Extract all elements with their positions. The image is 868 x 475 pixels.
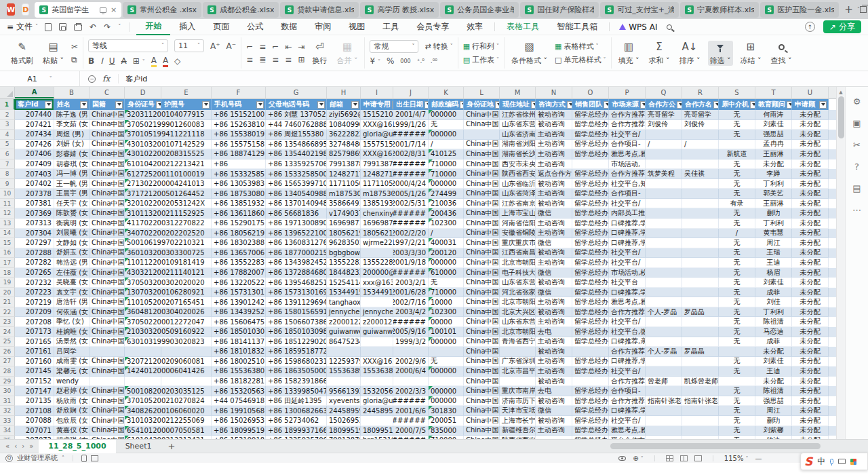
cell[interactable]: 北京市朝阳: [500, 258, 536, 268]
cell[interactable]: 留学总经办: [572, 120, 609, 130]
cell[interactable]: guiwanwei: [361, 327, 393, 337]
cell[interactable]: 2005/9/16: [393, 327, 429, 337]
cell[interactable]: China中国: [90, 218, 125, 229]
cell[interactable]: 社交平台/: [609, 416, 646, 426]
cell[interactable]: 山东省临沂: [500, 179, 536, 189]
cell[interactable]: [682, 218, 719, 229]
cell[interactable]: 被动咨询: [536, 307, 572, 318]
vertical-scroll-thumb[interactable]: [838, 96, 844, 138]
cell[interactable]: 未分配: [792, 416, 829, 426]
cell[interactable]: 169698712: [361, 218, 393, 229]
cell[interactable]: 合作方推荐: [609, 377, 646, 387]
cell[interactable]: [646, 288, 682, 298]
cell[interactable]: 未分配: [792, 426, 829, 436]
cell[interactable]: China中国: [464, 189, 500, 199]
cell[interactable]: 310103200212255069: [125, 416, 212, 426]
cell[interactable]: 未分配: [792, 218, 829, 229]
notes-icon[interactable]: ▤: [852, 183, 861, 193]
cell[interactable]: 200051: [429, 416, 464, 426]
bold-button[interactable]: B: [88, 56, 94, 66]
cell[interactable]: [682, 149, 719, 159]
cell[interactable]: +86 1396522100: [266, 229, 327, 239]
cell[interactable]: 口碑推荐,学: [609, 229, 646, 239]
column-letter-U[interactable]: U: [792, 87, 829, 98]
cell[interactable]: 340702200202202520: [125, 229, 212, 239]
cell[interactable]: 207135: [15, 396, 54, 406]
cell[interactable]: ########: [393, 416, 429, 426]
cell[interactable]: 110105200207165451: [125, 297, 212, 307]
filter-dropdown-icon[interactable]: [819, 101, 827, 109]
header-cell[interactable]: 邮箱: [327, 99, 361, 110]
column-letter-A[interactable]: A: [15, 87, 54, 98]
table-style-button[interactable]: ▦ 表格样式 ˅: [555, 41, 606, 52]
cell[interactable]: 留学总经办: [572, 406, 609, 416]
cell[interactable]: 151521001: [361, 110, 393, 120]
cell[interactable]: 未分配: [792, 208, 829, 218]
row-number[interactable]: 26: [0, 347, 15, 357]
cell[interactable]: China中国: [90, 248, 125, 259]
cell[interactable]: 无: [719, 120, 755, 130]
cell[interactable]: 1999/1/26: [393, 120, 429, 130]
cell[interactable]: [646, 426, 682, 436]
cell[interactable]: 湖南省浏阳: [500, 140, 536, 150]
cell[interactable]: 无: [429, 357, 464, 367]
cell[interactable]: 000000: [429, 258, 464, 268]
cell[interactable]: China中国: [90, 130, 125, 140]
cell[interactable]: 口碑推荐,亲: [609, 337, 646, 347]
cell[interactable]: China中国: [90, 189, 125, 199]
cell[interactable]: [327, 377, 361, 387]
cell[interactable]: 500106199702210321: [125, 238, 212, 248]
copy-icon[interactable]: ⧉: [71, 55, 78, 64]
cell[interactable]: 刘佳: [755, 297, 792, 307]
cell[interactable]: z20001227: [361, 317, 393, 327]
cell[interactable]: 2001/4/7: [393, 110, 429, 120]
cell[interactable]: 未分配: [792, 366, 829, 377]
cell[interactable]: +86 18099519: [212, 426, 266, 436]
cell[interactable]: +86 1565399710: [266, 179, 327, 189]
cell[interactable]: 327484864: [327, 140, 361, 150]
cell[interactable]: 500108200203035125: [125, 386, 212, 396]
cell[interactable]: 799138782: [361, 159, 393, 170]
cell[interactable]: +86 15536380: [212, 366, 266, 377]
cell[interactable]: 被动咨询: [536, 347, 572, 357]
column-letter-O[interactable]: O: [572, 87, 609, 98]
cell[interactable]: 2000/4/24: [393, 179, 429, 189]
cell[interactable]: 无: [719, 169, 755, 179]
column-letter-T[interactable]: T: [755, 87, 792, 98]
cell[interactable]: 244589596: [327, 406, 361, 416]
cell[interactable]: [90, 347, 125, 357]
sogou-logo[interactable]: S: [804, 455, 812, 468]
filter-dropdown-icon[interactable]: [713, 101, 719, 109]
cell[interactable]: 000000: [429, 130, 464, 140]
cell[interactable]: 指南针张老: [682, 396, 719, 406]
switch-window-icon[interactable]: [860, 6, 867, 13]
cell[interactable]: 207304: [15, 229, 54, 239]
cell[interactable]: 430321200211140121: [125, 268, 212, 278]
cell[interactable]: [719, 140, 755, 150]
close-tab-icon[interactable]: ×: [111, 5, 117, 14]
cell[interactable]: 117110505: [327, 179, 361, 189]
cell[interactable]: +86 18182281: [212, 377, 266, 387]
cell[interactable]: China中国: [464, 159, 500, 170]
wps-logo[interactable]: W: [7, 3, 15, 16]
cell[interactable]: 无: [719, 317, 755, 327]
cell[interactable]: 370503200302020020: [125, 278, 212, 288]
cell[interactable]: 合作方推荐: [609, 347, 646, 357]
cell[interactable]: 150269534: [327, 416, 361, 426]
header-cell[interactable]: 护照号: [161, 99, 212, 110]
cell[interactable]: [682, 426, 719, 436]
cell[interactable]: 2005/1/26: [393, 189, 429, 199]
cell[interactable]: 雅思考点,雅: [609, 297, 646, 307]
cell[interactable]: 无: [719, 357, 755, 367]
cell[interactable]: 无: [719, 208, 755, 218]
cell[interactable]: 留学总经办: [572, 208, 609, 218]
cell[interactable]: 000000: [429, 110, 464, 120]
cell[interactable]: 被动咨询: [536, 377, 572, 387]
cell[interactable]: China中国: [90, 386, 125, 396]
cell[interactable]: +44 07546918: [212, 396, 266, 406]
cell[interactable]: 主动咨询: [536, 130, 572, 140]
cell[interactable]: [161, 347, 212, 357]
cell[interactable]: 合作方推荐: [609, 396, 646, 406]
row-number[interactable]: 27: [0, 357, 15, 367]
redo-icon[interactable]: ↷: [104, 22, 111, 32]
